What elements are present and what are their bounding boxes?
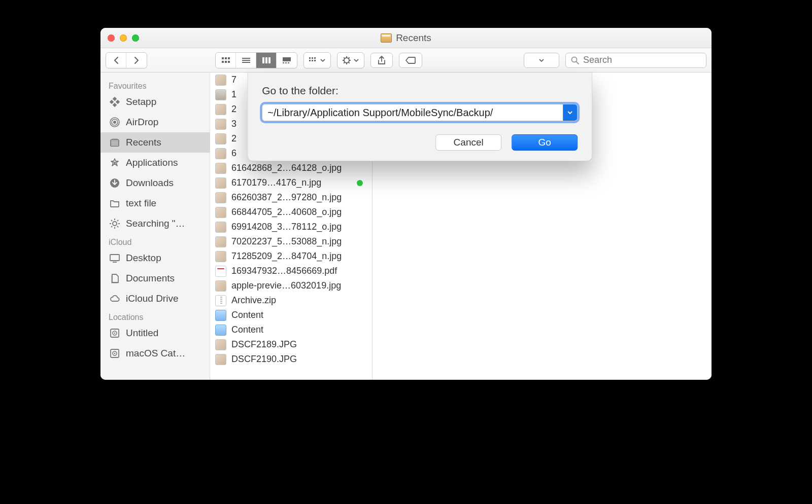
sidebar-item-label: macOS Cat… [126, 348, 185, 359]
finder-window: Recents [100, 28, 712, 380]
action-button[interactable] [337, 53, 364, 68]
svg-line-27 [344, 57, 345, 58]
sidebar-section-header: iCloud [100, 234, 210, 248]
sidebar-item-label: Searching "… [126, 218, 185, 229]
file-name: 66844705_2…40608_o.jpg [231, 207, 367, 218]
view-list-button[interactable] [236, 53, 256, 68]
sidebar-item[interactable]: Documents [100, 268, 210, 289]
file-name: DSCF2190.JPG [231, 354, 367, 365]
file-row[interactable]: 69914208_3…78112_o.jpg [210, 220, 372, 234]
folder-path-input[interactable] [262, 104, 563, 121]
svg-rect-18 [314, 57, 316, 59]
view-columns-button[interactable] [256, 53, 277, 68]
disk-icon [109, 327, 121, 339]
svg-point-59 [114, 333, 116, 334]
file-row[interactable]: 169347932…8456669.pdf [210, 264, 372, 278]
sidebar-item[interactable]: Setapp [100, 92, 210, 112]
file-thumbnail-icon [215, 266, 226, 277]
svg-line-32 [577, 61, 579, 64]
cancel-button[interactable]: Cancel [435, 134, 501, 151]
sidebar-item-label: Documents [126, 273, 175, 284]
file-row[interactable]: 6170179…4176_n.jpg [210, 175, 372, 190]
sidebar-item-label: text file [126, 198, 156, 209]
downloads-icon [109, 177, 121, 189]
file-row[interactable]: Content [210, 308, 372, 322]
share-button[interactable] [370, 53, 393, 68]
sidebar-item-label: iCloud Drive [126, 293, 178, 304]
search-input[interactable] [583, 55, 701, 65]
sidebar-item[interactable]: Untitled [100, 323, 210, 343]
window-title-text: Recents [396, 32, 431, 44]
minimize-window-button[interactable] [120, 34, 127, 42]
file-thumbnail-icon [215, 89, 226, 100]
arrange-button[interactable] [304, 53, 330, 68]
file-row[interactable]: apple-previe…6032019.jpg [210, 278, 372, 293]
svg-rect-15 [288, 62, 289, 63]
svg-rect-5 [228, 61, 230, 63]
close-window-button[interactable] [108, 34, 115, 42]
file-row[interactable]: 66260387_2…97280_n.jpg [210, 190, 372, 205]
svg-rect-4 [225, 61, 227, 63]
svg-rect-14 [285, 62, 287, 63]
svg-rect-41 [112, 138, 118, 140]
svg-rect-9 [262, 57, 264, 63]
file-thumbnail-icon [215, 119, 226, 130]
back-button[interactable] [106, 53, 126, 68]
file-row[interactable]: DSCF2189.JPG [210, 337, 372, 352]
file-row[interactable]: 70202237_5…53088_n.jpg [210, 234, 372, 249]
sidebar-section-header: Locations [100, 309, 210, 323]
file-row[interactable]: 61642868_2…64128_o.jpg [210, 161, 372, 175]
combobox-dropdown-button[interactable] [563, 104, 577, 121]
dialog-label: Go to the folder: [262, 85, 578, 97]
view-icons-button[interactable] [216, 53, 236, 68]
file-row[interactable]: Content [210, 322, 372, 337]
go-button[interactable]: Go [512, 134, 578, 151]
dialog-buttons: Cancel Go [262, 134, 578, 151]
forward-button[interactable] [126, 53, 147, 68]
file-row[interactable]: 66844705_2…40608_o.jpg [210, 205, 372, 220]
dropdown-button[interactable] [524, 53, 559, 68]
file-name: DSCF2189.JPG [231, 339, 367, 350]
sidebar-item[interactable]: Applications [100, 153, 210, 173]
svg-line-28 [349, 62, 350, 63]
file-thumbnail-icon [215, 75, 226, 86]
file-thumbnail-icon [215, 177, 226, 189]
zoom-window-button[interactable] [132, 34, 139, 42]
sidebar-item-label: Untitled [126, 328, 158, 339]
search-field[interactable] [565, 53, 706, 68]
svg-line-30 [349, 57, 350, 58]
sidebar-item[interactable]: Desktop [100, 248, 210, 268]
file-thumbnail-icon [215, 295, 226, 306]
file-row[interactable]: 71285209_2…84704_n.jpg [210, 249, 372, 264]
svg-rect-35 [116, 100, 120, 104]
sidebar-item[interactable]: Downloads [100, 173, 210, 193]
sidebar-item[interactable]: AirDrop [100, 112, 210, 132]
action-button-group [337, 52, 364, 68]
sidebar-item-label: AirDrop [126, 117, 158, 128]
sidebar-item[interactable]: iCloud Drive [100, 289, 210, 309]
svg-point-62 [114, 353, 116, 354]
sidebar-item[interactable]: text file [100, 193, 210, 213]
airdrop-icon [109, 116, 121, 128]
file-row[interactable]: Archive.zip [210, 293, 372, 308]
documents-icon [109, 272, 121, 284]
sidebar-item[interactable]: Recents [100, 132, 210, 153]
file-thumbnail-icon [215, 354, 226, 365]
svg-rect-1 [225, 57, 227, 59]
tags-button[interactable] [399, 53, 422, 68]
desktop-icon [109, 252, 121, 264]
folder-path-combobox[interactable] [262, 104, 578, 121]
svg-rect-34 [110, 100, 114, 104]
sidebar-section-header: Favourites [100, 78, 210, 92]
svg-rect-0 [222, 57, 224, 59]
file-thumbnail-icon [215, 163, 226, 174]
svg-rect-10 [265, 57, 267, 63]
file-thumbnail-icon [215, 104, 226, 115]
svg-line-54 [117, 220, 118, 221]
sidebar-item[interactable]: macOS Cat… [100, 343, 210, 364]
view-gallery-button[interactable] [277, 53, 297, 68]
sidebar-item[interactable]: Searching "… [100, 213, 210, 234]
window-title: Recents [100, 32, 712, 44]
file-row[interactable]: DSCF2190.JPG [210, 352, 372, 367]
svg-rect-3 [222, 61, 224, 63]
